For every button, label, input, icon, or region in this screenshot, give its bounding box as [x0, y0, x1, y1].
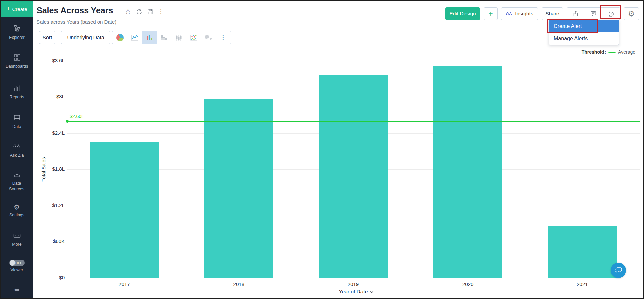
- alert-dropdown-menu: Create Alert Manage Alerts: [549, 20, 619, 45]
- toggle-state-label: OFF: [15, 261, 22, 265]
- y-tick-label: $3L: [38, 94, 65, 99]
- x-axis-title-label: Year of Date: [339, 289, 368, 295]
- chat-bubbles-icon: [614, 266, 623, 274]
- x-tick-label: 2019: [333, 281, 374, 287]
- plus-icon: +: [6, 5, 10, 13]
- threshold-line-dot: [66, 120, 69, 123]
- sidebar-viewer-toggle-item: OFF Viewer: [1, 260, 33, 273]
- sidebar-item-data[interactable]: Data: [1, 114, 33, 130]
- bar[interactable]: [548, 226, 617, 278]
- sidebar: + Create Explorer Dashboards Reports: [1, 1, 33, 298]
- y-tick-label: $60K: [38, 238, 65, 244]
- menu-item-create-alert[interactable]: Create Alert: [549, 20, 619, 32]
- x-tick-label: 2021: [562, 281, 602, 287]
- gridline: [67, 61, 640, 61]
- settings-gear-icon: ⚙: [1, 204, 33, 211]
- sidebar-item-label: Ask Zia: [1, 153, 33, 158]
- zia-icon: [13, 143, 21, 150]
- viewer-toggle[interactable]: OFF: [9, 260, 25, 266]
- sidebar-item-explorer[interactable]: Explorer: [1, 25, 33, 41]
- app-window: + Create Explorer Dashboards Reports: [0, 0, 644, 299]
- sidebar-item-ask-zia[interactable]: Ask Zia: [1, 143, 33, 158]
- data-table-icon: [13, 114, 21, 121]
- y-tick-label: $1.2L: [38, 202, 65, 208]
- sidebar-item-settings[interactable]: ⚙ Settings: [1, 204, 33, 218]
- sidebar-item-label: Dashboards: [1, 64, 33, 69]
- bar[interactable]: [319, 75, 388, 278]
- menu-item-manage-alerts[interactable]: Manage Alerts: [549, 32, 619, 45]
- threshold-legend: Threshold: Average: [582, 49, 635, 55]
- chevron-down-icon: [370, 290, 374, 293]
- viewer-label: Viewer: [1, 268, 33, 273]
- y-axis-line: [67, 61, 67, 278]
- sidebar-item-reports[interactable]: Reports: [1, 84, 33, 100]
- y-tick-label: $0: [38, 275, 65, 280]
- dashboards-icon: [13, 54, 21, 61]
- legend-label: Average: [618, 49, 635, 55]
- bar-chart: $0$60K$1.2L$1.8L$2.4L$3L$3.6L20172018201…: [33, 1, 643, 298]
- y-tick-label: $2.4L: [38, 130, 65, 136]
- threshold-value-label: $2.60L: [70, 114, 84, 119]
- explorer-icon: [13, 25, 21, 32]
- y-tick-label: $3.6L: [38, 58, 65, 63]
- sidebar-item-label: Reports: [1, 95, 33, 100]
- sidebar-item-label: More: [1, 242, 33, 247]
- create-button[interactable]: + Create: [1, 1, 33, 17]
- sidebar-item-label: Data: [1, 124, 33, 130]
- bar[interactable]: [204, 99, 273, 278]
- sidebar-item-more[interactable]: More: [1, 232, 33, 247]
- toggle-knob: [10, 260, 15, 266]
- sidebar-item-data-sources[interactable]: Data Sources: [1, 171, 33, 192]
- x-tick-label: 2017: [104, 281, 144, 287]
- bar[interactable]: [90, 142, 159, 278]
- x-axis-title[interactable]: Year of Date: [326, 289, 387, 295]
- y-axis-title: Total Sales: [41, 157, 46, 181]
- sidebar-item-dashboards[interactable]: Dashboards: [1, 54, 33, 69]
- data-sources-icon: [13, 171, 21, 178]
- legend-title: Threshold:: [582, 49, 606, 55]
- bar[interactable]: [433, 66, 502, 278]
- threshold-line: [67, 121, 640, 122]
- x-tick-label: 2018: [219, 281, 259, 287]
- collapse-sidebar-icon[interactable]: ⇐: [1, 286, 33, 294]
- sidebar-item-label: Data Sources: [5, 181, 29, 192]
- more-ellipsis-icon: [13, 232, 21, 239]
- plot-right-border: [640, 61, 640, 278]
- reports-icon: [13, 84, 21, 92]
- create-button-label: Create: [12, 6, 27, 12]
- zia-chat-button[interactable]: [611, 263, 626, 278]
- x-tick-label: 2020: [448, 281, 488, 287]
- sidebar-item-label: Explorer: [1, 35, 33, 41]
- sidebar-item-label: Settings: [1, 213, 33, 218]
- main-content: Sales Across Years ☆ ⋮ Sales across Year…: [33, 1, 643, 298]
- threshold-line-swatch: [608, 52, 616, 53]
